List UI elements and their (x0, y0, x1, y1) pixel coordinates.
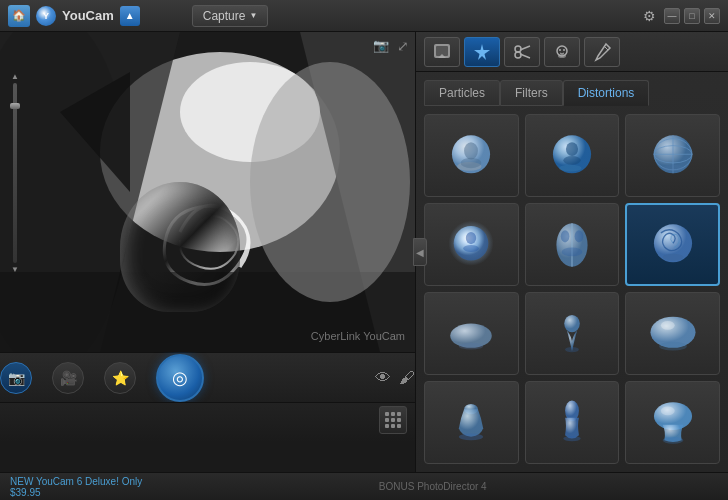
svg-point-60 (662, 436, 683, 443)
svg-point-55 (459, 433, 483, 440)
promo-text: NEW YouCam 6 Deluxe! Only $39.95 (10, 476, 143, 498)
effect-controls: 👁 🖌 (224, 365, 415, 391)
camera-view: CyberLink YouCam ⤢ 📷 ▲ ▼ (0, 32, 415, 352)
svg-point-57 (563, 436, 580, 441)
svg-point-18 (559, 49, 561, 51)
svg-point-7 (250, 62, 410, 302)
camera-watermark: CyberLink YouCam (311, 330, 405, 342)
svg-point-42 (561, 230, 570, 242)
slider-up-arrow[interactable]: ▲ (11, 72, 19, 81)
svg-point-43 (575, 230, 584, 242)
svg-point-50 (565, 347, 579, 352)
snapshot-mode-button[interactable]: ⭐ (104, 362, 136, 394)
effect-sphere-grid[interactable] (625, 114, 720, 197)
effect-vase-thin[interactable] (424, 381, 519, 464)
effect-spiral-swirl[interactable] (625, 203, 720, 286)
effect-sphere-crystal[interactable] (424, 114, 519, 197)
window-controls: — □ ✕ (664, 8, 720, 24)
home-icon[interactable]: 🏠 (8, 5, 30, 27)
app-logo: Y (36, 6, 56, 26)
bottom-bar (0, 402, 415, 442)
svg-point-25 (461, 157, 482, 167)
eye-icon[interactable]: 👁 (375, 369, 391, 387)
svg-point-29 (559, 164, 582, 171)
face-effects-button[interactable] (424, 37, 460, 67)
svg-point-44 (562, 247, 583, 256)
svg-point-49 (564, 314, 580, 331)
logo-area: 🏠 Y YouCam ▲ Capture ▼ (8, 5, 643, 27)
title-bar: 🏠 Y YouCam ▲ Capture ▼ ⚙ — □ ✕ (0, 0, 728, 32)
svg-point-38 (466, 232, 476, 244)
svg-point-39 (464, 245, 480, 252)
slider-down-arrow[interactable]: ▼ (11, 265, 19, 274)
effect-head-tall[interactable] (525, 381, 620, 464)
svg-point-28 (563, 156, 580, 165)
effects-tabs: Particles Filters Distortions (416, 72, 728, 106)
zoom-slider[interactable]: ▲ ▼ (8, 72, 22, 312)
tab-filters[interactable]: Filters (500, 80, 563, 106)
app-title: YouCam (62, 8, 114, 23)
right-panel: Particles Filters Distortions (415, 32, 728, 472)
svg-point-35 (662, 164, 683, 171)
promo-text-2: BONUS PhotoDirector 4 (147, 481, 718, 492)
right-toolbar (416, 32, 728, 72)
video-mode-button[interactable]: 🎥 (52, 362, 84, 394)
svg-point-24 (464, 142, 478, 159)
effect-body-narrow[interactable] (525, 292, 620, 375)
svg-point-52 (661, 321, 675, 330)
effect-globe-blue[interactable] (525, 114, 620, 197)
tab-particles[interactable]: Particles (424, 80, 500, 106)
svg-point-48 (459, 342, 483, 349)
slider-thumb[interactable] (10, 103, 20, 109)
photo-mode-button[interactable]: 📷 (0, 362, 32, 394)
up-button[interactable]: ▲ (120, 6, 140, 26)
effects-grid (416, 106, 728, 472)
tab-distortions[interactable]: Distortions (563, 80, 650, 106)
grid-button[interactable] (379, 406, 407, 434)
capture-button[interactable]: Capture ▼ (192, 5, 269, 27)
maximize-button[interactable]: □ (684, 8, 700, 24)
svg-point-46 (662, 253, 683, 260)
svg-point-27 (566, 142, 578, 156)
shutter-button[interactable]: ◎ (156, 354, 204, 402)
close-button[interactable]: ✕ (704, 8, 720, 24)
svg-marker-20 (596, 44, 610, 60)
grid-icon (385, 412, 401, 428)
svg-point-12 (515, 46, 521, 52)
effect-pillow-flat[interactable] (424, 292, 519, 375)
expand-icon[interactable]: ⤢ (397, 38, 409, 54)
svg-point-59 (661, 406, 675, 415)
effect-orb-glow[interactable] (424, 203, 519, 286)
status-bar: NEW YouCam 6 Deluxe! Only $39.95 BONUS P… (0, 472, 728, 500)
brush-icon[interactable]: 🖌 (399, 369, 415, 387)
scissors-button[interactable] (504, 37, 540, 67)
main-content: CyberLink YouCam ⤢ 📷 ▲ ▼ 📷 🎥 ⭐ ◎ 👁 🖌 (0, 32, 728, 472)
face-accessory-button[interactable] (544, 37, 580, 67)
camera-icon[interactable]: 📷 (373, 38, 389, 53)
settings-icon[interactable]: ⚙ (643, 8, 656, 24)
slider-track[interactable] (13, 83, 17, 263)
effect-split-mirror[interactable] (525, 203, 620, 286)
svg-point-53 (659, 341, 687, 350)
svg-point-19 (563, 49, 565, 51)
svg-line-21 (604, 46, 608, 50)
pencil-button[interactable] (584, 37, 620, 67)
camera-panel: CyberLink YouCam ⤢ 📷 ▲ ▼ 📷 🎥 ⭐ ◎ 👁 🖌 (0, 32, 415, 472)
swirl-effect-overlay (120, 182, 240, 312)
effect-oval-wide[interactable] (625, 292, 720, 375)
svg-marker-11 (474, 44, 490, 60)
svg-point-13 (515, 52, 521, 58)
svg-point-17 (558, 54, 566, 58)
effect-head-wide[interactable] (625, 381, 720, 464)
minimize-button[interactable]: — (664, 8, 680, 24)
camera-controls: 📷 🎥 ⭐ ◎ 👁 🖌 (0, 352, 415, 402)
magic-effects-button[interactable] (464, 37, 500, 67)
collapse-button[interactable]: ◀ (413, 238, 427, 266)
